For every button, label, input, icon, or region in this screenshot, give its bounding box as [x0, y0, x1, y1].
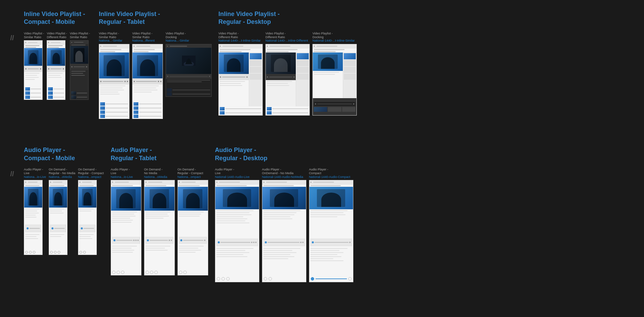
audio-desktop-thumb-2-label: Audio Player -OnDemand - No MediaNationa… [262, 168, 303, 179]
mobile-thumb-3-frame [70, 40, 89, 100]
top-divider: // [10, 34, 14, 42]
inline-video-tablet-group: Inline Video Playlist -Regular - Tablet … [99, 10, 212, 119]
audio-desktop-thumb-3[interactable]: Audio Player -CompactNational-1440-Audio… [309, 168, 353, 282]
audio-desktop-thumb-3-frame [309, 180, 353, 282]
audio-mobile-thumbnails: Audio Player -LiveNationa...io-Live [24, 168, 104, 255]
audio-desktop-thumb-2[interactable]: Audio Player -OnDemand - No MediaNationa… [262, 168, 306, 282]
desktop-thumb-2-frame [265, 44, 310, 116]
desktop-thumb-3-label: Video Playlist -DockingNational-1440-...… [312, 32, 355, 43]
tablet-thumb-2[interactable]: Video Playlist -Similar RatioNationa...i… [132, 32, 163, 119]
audio-tablet-thumb-1-frame [111, 180, 141, 275]
desktop-thumb-1[interactable]: Video Playlist -Different RatioNational-… [218, 32, 263, 116]
audio-tablet-title: Audio Player -Regular - Tablet [111, 146, 208, 162]
middle-spacer [10, 122, 634, 143]
inline-video-tablet-title: Inline Video Playlist -Regular - Tablet [99, 10, 212, 26]
tablet-thumb-2-frame [132, 44, 163, 119]
inline-video-groups: Inline Video Playlist -Compact - Mobile … [24, 7, 634, 122]
audio-tablet-thumb-2[interactable]: On Demand -No MediaNationa...oMedia [144, 168, 175, 275]
audio-desktop-group: Audio Player -Regular - Desktop Audio Pl… [215, 146, 634, 282]
audio-tablet-thumb-2-label: On Demand -No MediaNationa...oMedia [144, 168, 167, 179]
audio-desktop-thumb-1[interactable]: Audio Player -LiveNational-1440-Audio-Li… [215, 168, 259, 282]
inline-video-desktop-group: Inline Video Playlist -Regular - Desktop… [218, 10, 634, 119]
audio-player-row: // Audio Player -Compact - Mobile Audio … [10, 143, 634, 286]
audio-desktop-thumbnails: Audio Player -LiveNational-1440-Audio-Li… [215, 168, 634, 282]
mobile-thumb-1-label: Video Playlist -Similar Ratio [24, 32, 44, 39]
mobile-thumb-3[interactable]: Video Playlist -Similar Ratio [70, 32, 90, 100]
audio-tablet-thumbnails: Audio Player -LiveNationa...io-Live [111, 168, 208, 275]
audio-desktop-thumb-2-frame [262, 180, 306, 282]
audio-mobile-title: Audio Player -Compact - Mobile [24, 146, 104, 162]
audio-mobile-thumb-3[interactable]: On Demand -Regular - CompactNationa...om… [78, 168, 104, 255]
inline-video-desktop-thumbnails: Video Playlist -Different RatioNational-… [218, 32, 634, 116]
tablet-thumb-1[interactable]: Video Playlist -Similar RatioNationa...-… [99, 32, 129, 119]
desktop-thumb-1-frame [218, 44, 263, 116]
audio-mobile-thumb-2[interactable]: On Demand -Regular - No MediaNationa...o… [49, 168, 75, 255]
bottom-divider-col: // [10, 143, 20, 178]
mobile-thumb-3-label: Video Playlist -Similar Ratio [70, 32, 90, 39]
desktop-thumb-3-dock[interactable]: Video Playlist -DockingNational-1440-...… [312, 32, 357, 116]
audio-tablet-thumb-2-frame [144, 180, 175, 275]
mobile-thumb-2-label: Video Playlist -Different Ratio [47, 32, 67, 39]
audio-mobile-thumb-3-label: On Demand -Regular - CompactNationa...om… [78, 168, 104, 179]
mobile-thumb-1-frame [24, 40, 43, 100]
main-container: // Inline Video Playlist -Compact - Mobi… [0, 0, 644, 292]
audio-tablet-thumb-3-frame [178, 180, 208, 275]
audio-tablet-thumb-3[interactable]: On Demand -Regular - CompactNationa...om… [178, 168, 208, 275]
audio-mobile-thumb-2-label: On Demand -Regular - No MediaNationa...o… [49, 168, 75, 179]
audio-desktop-thumb-1-frame [215, 180, 259, 282]
audio-player-groups: Audio Player -Compact - Mobile Audio Pla… [24, 143, 634, 286]
mobile-thumb-2[interactable]: Video Playlist -Different Ratio [47, 32, 67, 100]
desktop-thumb-1-label: Video Playlist -Different RatioNational-… [218, 32, 261, 43]
audio-desktop-title: Audio Player -Regular - Desktop [215, 146, 634, 162]
audio-tablet-group: Audio Player -Regular - Tablet Audio Pla… [111, 146, 208, 282]
tablet-thumb-1-frame [99, 44, 129, 119]
tablet-thumb-3-dock[interactable]: Video Playlist -DockingNationa...-Simila… [166, 32, 212, 97]
inline-video-row: // Inline Video Playlist -Compact - Mobi… [10, 7, 634, 122]
audio-mobile-thumb-2-frame [49, 180, 67, 255]
desktop-thumb-3-frame [312, 44, 357, 116]
audio-desktop-thumb-1-label: Audio Player -LiveNational-1440-Audio-Li… [215, 168, 250, 179]
audio-tablet-thumb-3-label: On Demand -Regular - CompactNationa...om… [178, 168, 203, 179]
inline-video-desktop-title: Inline Video Playlist -Regular - Desktop [218, 10, 634, 26]
inline-video-mobile-title: Inline Video Playlist -Compact - Mobile [24, 10, 92, 26]
mobile-thumb-1[interactable]: Video Playlist -Similar Ratio [24, 32, 44, 100]
audio-desktop-thumb-3-label: Audio Player -CompactNational-1440-Audio… [309, 168, 350, 179]
audio-mobile-group: Audio Player -Compact - Mobile Audio Pla… [24, 146, 104, 282]
tablet-thumb-1-label: Video Playlist -Similar RatioNationa...-… [99, 32, 122, 43]
top-divider-col: // [10, 7, 20, 42]
inline-video-mobile-group: Inline Video Playlist -Compact - Mobile … [24, 10, 92, 119]
inline-video-mobile-thumbnails: Video Playlist -Similar Ratio [24, 32, 92, 100]
audio-mobile-thumb-1[interactable]: Audio Player -LiveNationa...io-Live [24, 168, 46, 255]
mobile-thumb-2-frame [47, 40, 65, 100]
tablet-thumb-2-label: Video Playlist -Similar RatioNationa...i… [132, 32, 155, 43]
audio-mobile-thumb-1-frame [24, 180, 43, 255]
audio-mobile-thumb-1-label: Audio Player -LiveNationa...io-Live [24, 168, 46, 179]
inline-video-tablet-thumbnails: Video Playlist -Similar RatioNationa...-… [99, 32, 212, 119]
tablet-thumb-3-frame [166, 44, 212, 97]
audio-tablet-thumb-1-label: Audio Player -LiveNationa...io-Live [111, 168, 133, 179]
desktop-thumb-2[interactable]: Video Playlist -Different RatioNational-… [265, 32, 310, 116]
audio-mobile-thumb-3-frame [78, 180, 97, 255]
desktop-thumb-2-label: Video Playlist -Different RatioNational-… [265, 32, 308, 43]
bottom-divider: // [10, 170, 14, 178]
tablet-thumb-3-label: Video Playlist -DockingNationa...-Simila… [166, 32, 189, 43]
audio-tablet-thumb-1[interactable]: Audio Player -LiveNationa...io-Live [111, 168, 141, 275]
